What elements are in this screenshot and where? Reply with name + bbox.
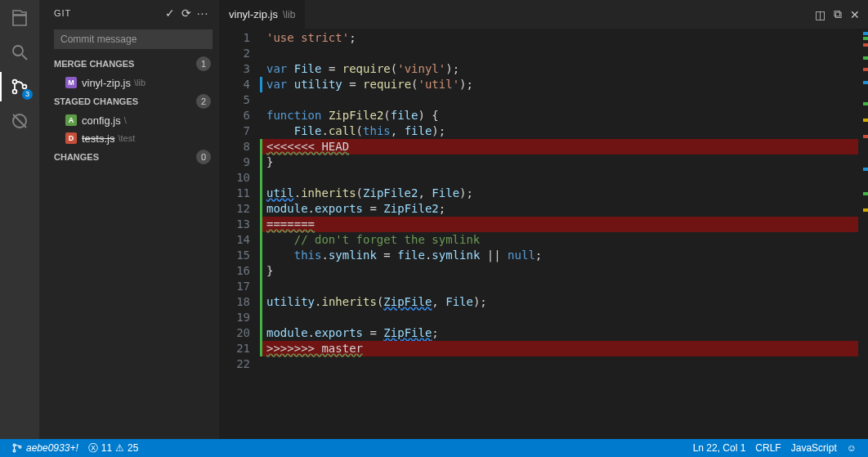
code-line[interactable] xyxy=(260,310,858,325)
code-area[interactable]: 12345678910111213141516171819202122 'use… xyxy=(219,29,868,439)
line-gutter: 12345678910111213141516171819202122 xyxy=(219,29,258,439)
code-line[interactable]: function ZipFile2(file) { xyxy=(260,108,858,123)
sidebar-title: GIT xyxy=(54,8,162,18)
code-line[interactable]: var File = require('vinyl'); xyxy=(260,61,858,77)
svg-point-0 xyxy=(13,46,23,56)
error-icon: ⓧ xyxy=(88,441,98,455)
tab-bar: vinyl-zip.js \lib ◫ ⧉ ✕ xyxy=(219,0,868,29)
svg-point-2 xyxy=(13,80,17,84)
refresh-icon[interactable]: ⟳ xyxy=(178,7,195,20)
status-chip: A xyxy=(65,114,77,126)
svg-point-8 xyxy=(13,450,16,452)
code-line[interactable]: File.call(this, file); xyxy=(260,123,858,139)
file-row[interactable]: Dtests.js\test xyxy=(39,129,219,147)
file-name: tests.js xyxy=(82,132,114,145)
count-badge: 1 xyxy=(196,56,211,71)
code-line[interactable]: // don't forget the symlink xyxy=(260,232,858,248)
overview-ruler[interactable] xyxy=(858,29,868,439)
explorer-icon[interactable] xyxy=(8,7,31,29)
file-detail: \test xyxy=(118,133,135,143)
code-line[interactable] xyxy=(260,170,858,186)
split-editor-icon[interactable]: ◫ xyxy=(815,8,825,21)
code-content[interactable]: 'use strict';var File = require('vinyl')… xyxy=(258,29,858,439)
status-bar: aebe0933+! ⓧ11 ⚠25 Ln 22, Col 1 CRLF Jav… xyxy=(0,439,868,457)
count-badge: 0 xyxy=(196,150,211,164)
commit-input[interactable] xyxy=(54,29,213,49)
code-line[interactable]: ======= xyxy=(260,217,858,232)
status-chip: M xyxy=(65,77,77,88)
code-line[interactable]: <<<<<<< HEAD xyxy=(260,139,858,155)
code-line[interactable] xyxy=(260,279,858,294)
tab-active[interactable]: vinyl-zip.js \lib xyxy=(219,0,305,29)
editor: vinyl-zip.js \lib ◫ ⧉ ✕ 1234567891011121… xyxy=(219,0,868,439)
status-eol[interactable]: CRLF xyxy=(750,439,785,457)
code-line[interactable] xyxy=(260,92,858,108)
close-icon[interactable]: ✕ xyxy=(850,8,860,21)
commit-input-wrap xyxy=(54,29,213,49)
commit-icon[interactable]: ✓ xyxy=(162,7,178,20)
file-row[interactable]: Mvinyl-zip.js\lib xyxy=(39,74,219,92)
sidebar-header: GIT ✓ ⟳ ··· xyxy=(39,0,219,26)
file-detail: \lib xyxy=(134,78,145,87)
section-staged-changes[interactable]: STAGED CHANGES 2 xyxy=(39,92,219,111)
code-line[interactable]: module.exports = ZipFile; xyxy=(260,325,858,341)
section-changes[interactable]: CHANGES 0 xyxy=(39,147,219,167)
svg-point-7 xyxy=(13,444,16,446)
tab-detail: \lib xyxy=(283,9,295,20)
scm-badge: 3 xyxy=(22,89,33,100)
count-badge: 2 xyxy=(196,94,211,109)
svg-point-3 xyxy=(13,90,17,94)
file-name: vinyl-zip.js xyxy=(82,77,131,89)
code-line[interactable]: } xyxy=(260,263,858,279)
scm-icon[interactable]: 3 xyxy=(8,75,31,98)
status-branch[interactable]: aebe0933+! xyxy=(7,439,83,457)
status-chip: D xyxy=(65,132,77,144)
editor-actions: ◫ ⧉ ✕ xyxy=(807,0,868,29)
code-line[interactable]: utility.inherits(ZipFile, File); xyxy=(260,294,858,310)
code-line[interactable]: >>>>>>> master xyxy=(260,341,858,356)
code-line[interactable] xyxy=(260,46,858,61)
status-feedback-icon[interactable]: ☺ xyxy=(842,439,861,457)
debug-icon[interactable] xyxy=(8,110,31,132)
code-line[interactable]: this.symlink = file.symlink || null; xyxy=(260,248,858,263)
activity-bar: 3 xyxy=(0,0,39,439)
svg-line-1 xyxy=(22,55,27,60)
tab-filename: vinyl-zip.js xyxy=(229,8,278,20)
search-icon[interactable] xyxy=(8,41,31,64)
file-row[interactable]: Aconfig.js\ xyxy=(39,111,219,129)
more-icon[interactable]: ··· xyxy=(195,7,211,20)
status-problems[interactable]: ⓧ11 ⚠25 xyxy=(83,439,144,457)
file-detail: \ xyxy=(124,115,127,125)
sidebar: GIT ✓ ⟳ ··· MERGE CHANGES 1 Mvinyl-zip.j… xyxy=(39,0,219,439)
open-changes-icon[interactable]: ⧉ xyxy=(834,7,842,21)
code-line[interactable] xyxy=(260,356,858,372)
code-line[interactable]: module.exports = ZipFile2; xyxy=(260,201,858,217)
code-line[interactable]: } xyxy=(260,155,858,170)
code-line[interactable]: var utility = require('util'); xyxy=(260,77,858,92)
code-line[interactable]: 'use strict'; xyxy=(260,30,858,46)
section-merge-changes[interactable]: MERGE CHANGES 1 xyxy=(39,54,219,74)
status-language[interactable]: JavaScript xyxy=(786,439,842,457)
warning-icon: ⚠ xyxy=(115,442,124,454)
code-line[interactable]: util.inherits(ZipFile2, File); xyxy=(260,186,858,201)
status-cursor[interactable]: Ln 22, Col 1 xyxy=(688,439,751,457)
file-name: config.js xyxy=(82,114,121,127)
